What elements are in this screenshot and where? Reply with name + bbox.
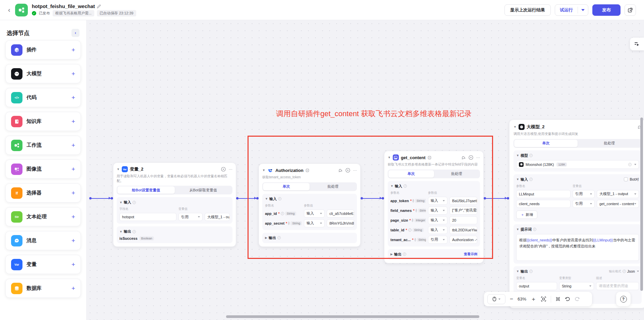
- sidebar-item-workflow[interactable]: 工作流 +: [5, 136, 81, 155]
- output-var-type-select[interactable]: String: [559, 282, 594, 290]
- add-condition-button[interactable]: +: [71, 189, 75, 197]
- param-name-input[interactable]: client_needs: [516, 200, 571, 208]
- back-button[interactable]: ‹: [8, 6, 10, 14]
- node-desc: 调用大语言模型,使用变量和提示词生成回复: [514, 132, 642, 136]
- vertical-scrollbar[interactable]: [640, 118, 643, 291]
- zoom-level[interactable]: 63%: [518, 296, 526, 302]
- chevron-down-icon[interactable]: ▼: [516, 228, 519, 231]
- node-menu-icon[interactable]: ⋯: [229, 167, 232, 172]
- param-mode-select[interactable]: 引用: [573, 200, 595, 208]
- chevron-down-icon[interactable]: ▼: [119, 201, 122, 204]
- database-icon: [11, 283, 22, 294]
- add-knowledge-button[interactable]: +: [71, 118, 75, 125]
- input-section: ▼ 输入 i 字段名变量值 hotspot 引用 大模型_1 - output: [117, 197, 232, 224]
- zoom-out-button[interactable]: −: [510, 296, 513, 302]
- bot-history-checkbox[interactable]: [624, 177, 628, 181]
- undo-icon[interactable]: [565, 296, 570, 302]
- tab-single[interactable]: 单次: [514, 140, 578, 147]
- param-ref-select[interactable]: get_content - content: [597, 200, 639, 208]
- value-ref-select[interactable]: 大模型_1 - output: [205, 213, 230, 221]
- chevron-down-icon[interactable]: ▼: [516, 270, 519, 273]
- test-run-dropdown[interactable]: [578, 9, 588, 11]
- sidebar-collapse-button[interactable]: ‹: [71, 29, 79, 37]
- sidebar-item-condition[interactable]: If 选择器 +: [5, 183, 81, 202]
- fit-view-icon[interactable]: [541, 296, 546, 302]
- tab-batch[interactable]: 批处理: [578, 140, 641, 147]
- redo-icon[interactable]: [575, 296, 580, 302]
- add-workflow-button[interactable]: +: [71, 142, 75, 149]
- output-var-name: isSuccess: [119, 236, 138, 240]
- zoom-in-button[interactable]: ＋: [531, 296, 536, 302]
- cursor-mode-select[interactable]: [487, 294, 505, 304]
- add-variable-button[interactable]: +: [71, 261, 75, 268]
- node-variable-2[interactable]: ▼ Var 变量_2 ⋯ 用于读取和写入机器人中的变量，变量名称必须与机器人中的…: [113, 163, 236, 247]
- add-message-button[interactable]: +: [71, 237, 75, 244]
- collapse-all-icon[interactable]: [555, 296, 560, 302]
- add-plugin-button[interactable]: +: [71, 46, 75, 54]
- llm-icon: [519, 124, 525, 130]
- help-button[interactable]: ?: [616, 292, 631, 306]
- tab-get-bot-variable[interactable]: 从Bot获取变量值: [175, 186, 232, 194]
- sidebar-item-textprocess[interactable]: Str 文本处理 +: [5, 207, 81, 226]
- sidebar-item-imageflow[interactable]: 图像流 +: [5, 159, 81, 179]
- publish-button[interactable]: 发布: [592, 4, 621, 16]
- sidebar-item-message[interactable]: 消息 +: [5, 231, 81, 250]
- sidebar-item-label: 数据库: [26, 285, 42, 291]
- param-name-input[interactable]: LLMinput: [516, 190, 571, 198]
- sidebar-item-variable[interactable]: Var 变量 +: [5, 255, 81, 274]
- model-select[interactable]: Moonshot (128K) 128K i: [516, 160, 639, 169]
- output-section: ▼ 输出 i isSuccess Boolean: [117, 226, 232, 243]
- question-icon: ?: [620, 296, 627, 303]
- chevron-down-icon[interactable]: ▼: [516, 178, 519, 181]
- sidebar-item-database[interactable]: 数据库 +: [5, 279, 81, 298]
- add-code-button[interactable]: +: [71, 94, 75, 101]
- test-run-button[interactable]: 试运行: [555, 4, 588, 16]
- chevron-down-icon: [198, 216, 200, 218]
- sidebar-item-label: 代码: [26, 94, 37, 101]
- node-desc: 用于读取和写入机器人中的变量，变量名称必须与机器人中的变量名称相匹配。: [117, 174, 232, 183]
- add-llm-button[interactable]: +: [71, 70, 75, 78]
- chevron-down-icon[interactable]: ▼: [119, 230, 122, 233]
- edit-title-icon[interactable]: [97, 4, 101, 8]
- collapse-node-icon[interactable]: ▼: [117, 168, 120, 171]
- collapse-node-icon[interactable]: ▼: [514, 125, 517, 129]
- add-textprocess-button[interactable]: +: [71, 213, 75, 221]
- add-imageflow-button[interactable]: +: [71, 166, 75, 173]
- sidebar-item-plugin[interactable]: 插件 +: [5, 40, 81, 59]
- output-var-name-input[interactable]: output: [516, 282, 557, 290]
- add-database-button[interactable]: +: [71, 285, 75, 292]
- context-badge: 128K: [556, 163, 567, 167]
- output-var-desc-input[interactable]: 请描述变量的用途: [596, 282, 639, 290]
- column-header: 变量值: [573, 184, 582, 188]
- chevron-down-icon[interactable]: ▼: [516, 154, 519, 157]
- workflow-desc-badge: 根据飞书表格用户需...: [53, 10, 94, 16]
- run-node-icon[interactable]: [221, 167, 226, 172]
- sidebar-item-llm[interactable]: 大模型 +: [5, 64, 81, 83]
- show-last-run-button[interactable]: 显示上次运行结果: [504, 4, 551, 16]
- field-name-input[interactable]: hotspot: [119, 213, 176, 221]
- sidebar-item-knowledge[interactable]: 知识库 +: [5, 112, 81, 131]
- sidebar-item-label: 变量: [26, 261, 37, 268]
- node-llm-2[interactable]: ▼ 大模型_2 调用大语言模型,使用变量和提示词生成回复 单次 批处理 ▼ 模型…: [509, 120, 644, 308]
- add-param-button[interactable]: ＋新增: [516, 211, 537, 219]
- input-section-title: 输入: [521, 177, 528, 182]
- str-icon: Str: [11, 211, 22, 223]
- prompt-textarea[interactable]: 根据{{client_needs}}中客户的资讯需求去找到{{LLMinput}…: [516, 234, 639, 261]
- output-format-select[interactable]: Json: [627, 269, 635, 273]
- if-icon: If: [11, 187, 22, 199]
- info-icon: i: [529, 178, 533, 181]
- publish-history-button[interactable]: [625, 4, 636, 16]
- test-run-label[interactable]: 试运行: [555, 7, 578, 13]
- node-title: 变量_2: [130, 166, 143, 172]
- moonshot-icon: [519, 162, 524, 167]
- param-ref-select[interactable]: 大模型_1 - output: [597, 190, 639, 198]
- param-mode-select[interactable]: 引用: [573, 190, 595, 198]
- canvas-zoom-toolbar: − 63% ＋: [484, 292, 592, 306]
- value-mode-select[interactable]: 引用: [178, 213, 203, 221]
- info-icon: i: [132, 230, 136, 233]
- run-results-panel-button[interactable]: [630, 38, 644, 50]
- horizontal-scrollbar[interactable]: [226, 315, 479, 318]
- sidebar-item-label: 图像流: [26, 166, 42, 172]
- sidebar-item-code[interactable]: </> 代码 +: [5, 88, 81, 107]
- tab-set-bot-variable[interactable]: 给Bot设置变量值: [117, 186, 175, 194]
